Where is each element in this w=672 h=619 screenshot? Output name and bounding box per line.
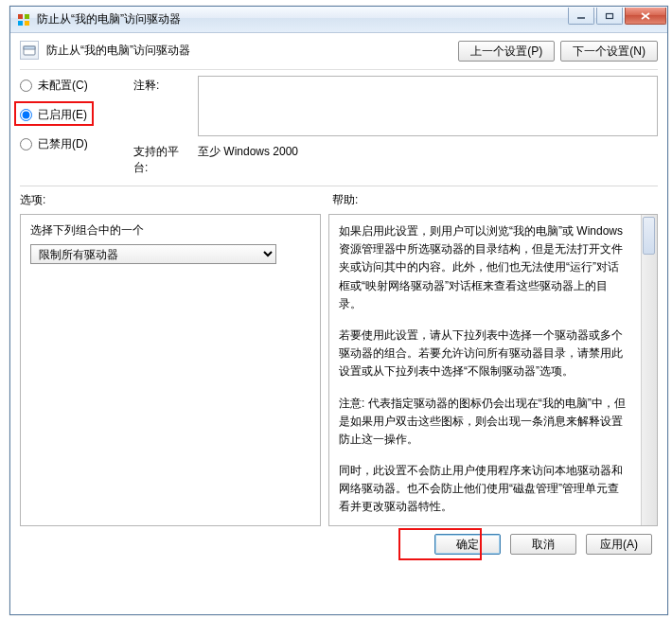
help-label: 帮助:: [332, 192, 358, 208]
comment-row: 注释:: [133, 76, 658, 136]
dialog-window: 防止从“我的电脑”访问驱动器 防止从“我的电: [9, 6, 668, 615]
scrollbar-track[interactable]: [641, 215, 657, 525]
window-controls: [566, 7, 667, 32]
svg-rect-1: [25, 14, 29, 19]
svg-rect-9: [24, 46, 35, 49]
svg-rect-3: [25, 21, 29, 26]
close-button[interactable]: [625, 8, 666, 25]
config-row: 未配置(C) 已启用(E) 已禁用(D) 注释: 支持的平: [20, 76, 658, 176]
maximize-button[interactable]: [596, 8, 623, 25]
platform-value: 至少 Windows 2000: [198, 142, 298, 160]
svg-rect-0: [18, 14, 23, 19]
help-p2: 若要使用此设置，请从下拉列表中选择一个驱动器或多个驱动器的组合。若要允许访问所有…: [339, 327, 628, 381]
radio-disabled-label: 已禁用(D): [38, 136, 88, 152]
radio-disabled[interactable]: 已禁用(D): [20, 136, 133, 152]
header-row: 防止从“我的电脑”访问驱动器 上一个设置(P) 下一个设置(N): [20, 39, 658, 62]
options-pane: 选择下列组合中的一个 限制所有驱动器: [20, 214, 321, 526]
radio-not-configured-input[interactable]: [20, 80, 32, 92]
apply-button[interactable]: 应用(A): [586, 534, 652, 555]
divider: [20, 69, 658, 70]
help-p4: 同时，此设置不会防止用户使用程序来访问本地驱动器和网络驱动器。也不会防止他们使用…: [339, 462, 628, 517]
options-label: 选项:: [20, 192, 332, 208]
app-icon: [16, 12, 31, 27]
scrollbar-thumb[interactable]: [643, 217, 655, 255]
radio-enabled-label: 已启用(E): [38, 107, 87, 123]
prev-setting-button[interactable]: 上一个设置(P): [458, 41, 555, 62]
svg-rect-5: [607, 13, 613, 18]
radio-enabled-input[interactable]: [20, 109, 32, 121]
section-labels: 选项: 帮助:: [20, 192, 658, 208]
minimize-button[interactable]: [568, 8, 594, 25]
header-title: 防止从“我的电脑”访问驱动器: [46, 43, 190, 59]
radio-disabled-input[interactable]: [20, 138, 32, 150]
fields: 注释: 支持的平台: 至少 Windows 2000: [133, 76, 658, 176]
cancel-button[interactable]: 取消: [510, 534, 576, 555]
titlebar[interactable]: 防止从“我的电脑”访问驱动器: [10, 7, 667, 33]
state-radios: 未配置(C) 已启用(E) 已禁用(D): [20, 76, 133, 176]
options-prompt: 选择下列组合中的一个: [30, 222, 310, 239]
help-pane: 如果启用此设置，则用户可以浏览“我的电脑”或 Windows 资源管理器中所选驱…: [328, 214, 658, 526]
platform-row: 支持的平台: 至少 Windows 2000: [133, 142, 658, 176]
svg-rect-2: [18, 21, 23, 26]
window-title: 防止从“我的电脑”访问驱动器: [37, 11, 181, 27]
radio-not-configured[interactable]: 未配置(C): [20, 78, 133, 94]
radio-enabled[interactable]: 已启用(E): [20, 107, 133, 123]
policy-icon: [20, 41, 39, 60]
restriction-select[interactable]: 限制所有驱动器: [30, 244, 276, 264]
help-text: 如果启用此设置，则用户可以浏览“我的电脑”或 Windows 资源管理器中所选驱…: [339, 222, 647, 526]
platform-label: 支持的平台:: [133, 142, 190, 176]
divider: [20, 186, 658, 186]
content-area: 防止从“我的电脑”访问驱动器 上一个设置(P) 下一个设置(N) 未配置(C) …: [10, 33, 667, 614]
footer: 确定 取消 应用(A): [20, 526, 658, 555]
comment-textarea[interactable]: [198, 76, 658, 136]
ok-button[interactable]: 确定: [434, 534, 501, 555]
next-setting-button[interactable]: 下一个设置(N): [560, 41, 658, 62]
radio-not-configured-label: 未配置(C): [38, 78, 88, 94]
comment-label: 注释:: [133, 76, 190, 94]
help-p1: 如果启用此设置，则用户可以浏览“我的电脑”或 Windows 资源管理器中所选驱…: [339, 222, 628, 313]
panes: 选择下列组合中的一个 限制所有驱动器 如果启用此设置，则用户可以浏览“我的电脑”…: [20, 214, 658, 526]
help-p3: 注意: 代表指定驱动器的图标仍会出现在“我的电脑”中，但是如果用户双击这些图标，…: [339, 395, 628, 450]
